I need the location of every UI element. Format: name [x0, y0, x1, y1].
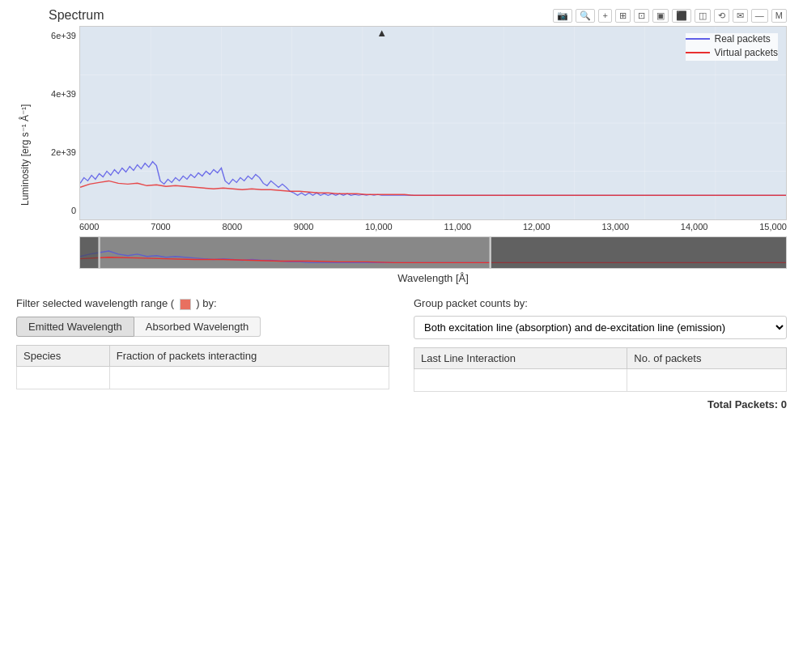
- emitted-wavelength-tab[interactable]: Emitted Wavelength: [16, 317, 134, 337]
- chart-title: Spectrum: [49, 8, 104, 23]
- x-tick-14000: 14,000: [681, 222, 708, 232]
- legend-item-virtual: Virtual packets: [686, 47, 779, 58]
- packets-table-empty-row: [414, 369, 787, 392]
- toolbar-rect-btn[interactable]: ▣: [652, 9, 669, 23]
- wavelength-filter-group: Emitted Wavelength Absorbed Wavelength: [16, 317, 389, 337]
- group-by-select[interactable]: Both excitation line (absorption) and de…: [414, 316, 787, 339]
- main-chart[interactable]: Real packets Virtual packets ▲: [79, 26, 787, 220]
- num-packets-empty-cell: [627, 369, 787, 392]
- toolbar-zoom-btn[interactable]: 🔍: [576, 9, 595, 23]
- toolbar-arrow-btn[interactable]: ⟲: [714, 9, 729, 23]
- left-controls: Filter selected wavelength range ( ) by:…: [16, 297, 389, 410]
- total-packets-label: Total Packets:: [707, 398, 778, 410]
- packets-table: Last Line Interaction No. of packets: [414, 347, 787, 392]
- y-tick-1: 2e+39: [44, 147, 76, 157]
- x-tick-13000: 13,000: [601, 222, 629, 232]
- x-tick-10000: 10,000: [365, 222, 393, 232]
- toolbar: 📷 🔍 + ⊞ ⊡ ▣ ⬛ ◫ ⟲ ✉ — M: [553, 9, 787, 23]
- group-by-label: Group packet counts by:: [414, 297, 787, 309]
- packets-header-row: Last Line Interaction No. of packets: [414, 348, 787, 369]
- absorbed-wavelength-tab[interactable]: Absorbed Wavelength: [134, 317, 261, 337]
- species-table-body: [17, 366, 389, 389]
- fraction-empty-cell: [109, 366, 389, 389]
- right-controls: Group packet counts by: Both excitation …: [414, 297, 787, 410]
- toolbar-m-btn[interactable]: M: [771, 9, 787, 23]
- toolbar-camera-btn[interactable]: 📷: [553, 9, 572, 23]
- x-tick-15000: 15,000: [759, 222, 787, 232]
- legend-label-virtual: Virtual packets: [715, 47, 779, 58]
- legend-label-real: Real packets: [715, 33, 771, 45]
- packets-table-body: [414, 369, 787, 392]
- x-tick-9000: 9000: [294, 222, 313, 232]
- svg-rect-14: [491, 237, 786, 268]
- chart-svg: [80, 27, 786, 219]
- y-axis-label: Luminosity [erg s⁻¹ Å⁻¹]: [16, 26, 40, 284]
- last-line-col-header: Last Line Interaction: [414, 348, 627, 369]
- x-tick-6000: 6000: [79, 222, 99, 232]
- x-axis-label: Wavelength [Å]: [40, 272, 787, 284]
- x-axis-ticks: 6000 7000 8000 9000 10,000 11,000 12,000…: [79, 220, 787, 233]
- toolbar-grid-btn[interactable]: ⊞: [615, 9, 631, 23]
- y-tick-3: 6e+39: [44, 31, 76, 40]
- filter-label: Filter selected wavelength range ( ) by:: [16, 297, 389, 310]
- toolbar-box-btn[interactable]: ⊡: [634, 9, 649, 23]
- controls-row: Filter selected wavelength range ( ) by:…: [16, 297, 787, 410]
- toolbar-email-btn[interactable]: ✉: [733, 9, 748, 23]
- chart-with-yaxis: Luminosity [erg s⁻¹ Å⁻¹] 0 2e+39 4e+39 6…: [16, 26, 787, 284]
- filter-label-text: Filter selected wavelength range (: [16, 297, 174, 309]
- filter-label-end: ) by:: [196, 297, 216, 309]
- chart-legend: Real packets Virtual packets: [686, 33, 779, 61]
- x-tick-7000: 7000: [151, 222, 170, 232]
- last-line-empty-cell: [414, 369, 627, 392]
- fraction-col-header: Fraction of packets interacting: [109, 345, 389, 366]
- x-tick-12000: 12,000: [523, 222, 550, 232]
- species-table: Species Fraction of packets interacting: [16, 345, 389, 389]
- chart-plot-area: 0 2e+39 4e+39 6e+39: [40, 26, 787, 284]
- filter-color-box: [180, 299, 191, 310]
- total-packets-row: Total Packets: 0: [414, 398, 787, 410]
- x-tick-8000: 8000: [223, 222, 242, 232]
- toolbar-split-btn[interactable]: ◫: [695, 9, 711, 23]
- total-packets-value: 0: [781, 398, 787, 410]
- species-table-header-row: Species Fraction of packets interacting: [17, 345, 389, 366]
- x-tick-11000: 11,000: [444, 222, 472, 232]
- minimap[interactable]: [79, 236, 787, 269]
- legend-line-real: [686, 38, 710, 40]
- main-container: Spectrum 📷 🔍 + ⊞ ⊡ ▣ ⬛ ◫ ⟲ ✉ — M Luminos…: [0, 0, 803, 419]
- chart-header: Spectrum 📷 🔍 + ⊞ ⊡ ▣ ⬛ ◫ ⟲ ✉ — M: [16, 8, 787, 23]
- chart-area: Luminosity [erg s⁻¹ Å⁻¹] 0 2e+39 4e+39 6…: [16, 26, 787, 284]
- species-empty-cell: [17, 366, 110, 389]
- species-table-empty-row: [17, 366, 389, 389]
- legend-item-real: Real packets: [686, 33, 779, 45]
- minimap-wrapper: [40, 236, 787, 269]
- x-tick-area: 6000 7000 8000 9000 10,000 11,000 12,000…: [40, 220, 787, 233]
- species-table-header: Species Fraction of packets interacting: [17, 345, 389, 366]
- y-tick-area: 0 2e+39 4e+39 6e+39: [40, 26, 79, 220]
- num-packets-col-header: No. of packets: [627, 348, 787, 369]
- y-tick-2: 4e+39: [44, 89, 76, 99]
- minimap-svg: [80, 237, 786, 268]
- species-col-header: Species: [17, 345, 110, 366]
- toolbar-dash-btn[interactable]: —: [751, 9, 768, 23]
- toolbar-plus-btn[interactable]: +: [598, 9, 611, 23]
- packets-table-header: Last Line Interaction No. of packets: [414, 348, 787, 369]
- toolbar-square-btn[interactable]: ⬛: [672, 9, 691, 23]
- svg-rect-13: [80, 237, 100, 268]
- y-tick-0: 0: [44, 206, 76, 215]
- legend-line-virtual: [686, 52, 710, 53]
